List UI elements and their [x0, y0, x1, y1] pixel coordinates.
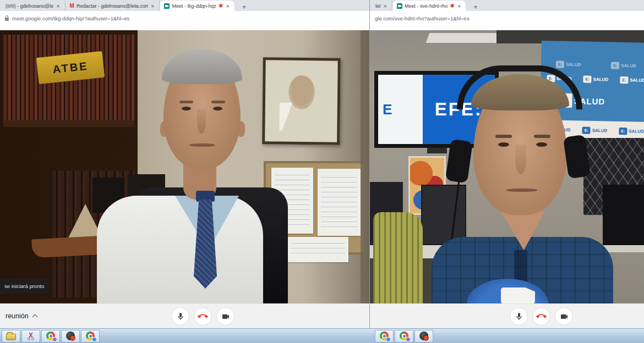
gmail-icon: M	[70, 3, 74, 9]
file-explorer-button[interactable]	[2, 330, 20, 342]
tab-title: (II/II) - gdelrosano@le	[6, 3, 53, 9]
framed-portrait	[262, 57, 341, 145]
close-icon[interactable]: ×	[457, 3, 461, 9]
profile-badge-icon	[406, 337, 411, 342]
wall-shadow-edge	[361, 30, 369, 303]
call-end-icon	[198, 311, 208, 322]
camera-button[interactable]	[216, 307, 234, 325]
close-icon[interactable]: ×	[56, 3, 60, 9]
taskbar-right-group	[375, 330, 433, 342]
doctor-eye	[182, 107, 191, 110]
efe-logo-mark: E:	[619, 127, 627, 134]
desktop: (II/II) - gdelrosano@le × M Redactar - g…	[0, 0, 644, 343]
call-controls	[171, 307, 234, 325]
hang-up-button[interactable]	[532, 307, 550, 325]
doctor-white-coat	[97, 196, 263, 303]
left-tab-strip: (II/II) - gdelrosano@le × M Redactar - g…	[0, 0, 369, 11]
right-meet-control-bar	[370, 303, 644, 328]
screen-recorder-button[interactable]	[414, 330, 433, 342]
record-icon	[66, 331, 75, 340]
journalist-nose	[515, 145, 526, 174]
chrome-profile-button[interactable]	[81, 330, 100, 342]
tab-title: Meet - sve-hdnt-rho	[405, 3, 448, 9]
efe-letter: E	[383, 101, 392, 118]
mic-button[interactable]	[171, 307, 189, 325]
doctor-eyebrow	[211, 101, 225, 103]
tab-gmail-compose[interactable]: M Redactar - gdelrosano@leta.com ×	[66, 1, 160, 11]
tab-title: let	[375, 3, 381, 9]
doctor-eyebrow	[179, 101, 193, 103]
mic-icon	[176, 312, 185, 321]
toolbar-gap	[370, 25, 644, 30]
pinned-paper	[318, 169, 361, 236]
new-tab-button[interactable]: +	[470, 3, 481, 11]
meeting-details-toggle[interactable]: reunión	[6, 312, 37, 320]
tab-title: Redactar - gdelrosano@leta.com	[77, 3, 148, 9]
mic-icon	[515, 312, 523, 321]
newsroom-monitor	[603, 185, 644, 245]
folder-icon	[6, 334, 16, 340]
profile-badge-icon	[92, 337, 97, 342]
tv-mount	[427, 148, 447, 153]
tab-document[interactable]: (II/II) - gdelrosano@le ×	[1, 1, 66, 11]
camera-button[interactable]	[555, 307, 573, 325]
journalist-eye	[498, 142, 509, 147]
url-text: gle.com/sve-hdnt-rho?authuser=1&hl=es	[375, 15, 470, 21]
new-tab-button[interactable]: +	[239, 3, 250, 11]
chevron-up-icon	[32, 314, 37, 320]
lock-icon	[5, 18, 9, 21]
browser-windows: (II/II) - gdelrosano@le × M Redactar - g…	[0, 0, 644, 328]
tab-meet-active[interactable]: Meet - tkg-ddqn-hqz ✱ ×	[160, 1, 234, 11]
right-tab-strip: let × Meet - sve-hdnt-rho ✱ × +	[370, 0, 644, 11]
url-text: meet.google.com/tkg-ddqn-hqz?authuser=1&…	[12, 15, 129, 21]
hang-up-button[interactable]	[194, 307, 212, 325]
tab-partial[interactable]: let ×	[371, 1, 392, 11]
efe-logo-mark: E:	[611, 62, 619, 69]
tab-meet-active[interactable]: Meet - sve-hdnt-rho ✱ ×	[392, 1, 466, 11]
close-icon[interactable]: ×	[383, 3, 388, 9]
meet-icon	[397, 3, 402, 9]
close-icon[interactable]: ×	[225, 3, 230, 9]
pinned-paper	[288, 237, 348, 262]
right-address-bar[interactable]: gle.com/sve-hdnt-rho?authuser=1&hl=es	[370, 11, 644, 25]
efe-logo-mark: E:	[620, 76, 628, 84]
tab-title: Meet - tkg-ddqn-hqz	[172, 3, 216, 9]
backdrop-logo-row: E:SALUD E:SALUD	[541, 60, 644, 70]
close-icon[interactable]: ×	[150, 3, 155, 9]
call-end-icon	[536, 311, 547, 322]
left-browser-window: (II/II) - gdelrosano@le × M Redactar - g…	[0, 0, 370, 328]
left-meet-control-bar: reunión	[0, 303, 369, 328]
meeting-label-text: reunión	[6, 312, 29, 320]
tv-logo-side-panel: E	[378, 75, 423, 144]
doctor-mouth	[189, 143, 215, 147]
efe-mic-logo	[501, 287, 535, 303]
meet-icon	[164, 3, 170, 9]
newsroom-monitor	[421, 185, 466, 245]
recording-indicator-icon: ✱	[219, 3, 223, 9]
chrome-profile-button[interactable]	[375, 330, 394, 342]
videocam-icon	[221, 312, 230, 321]
screen-recorder-button[interactable]	[61, 330, 80, 342]
taskbar-left-group	[2, 330, 100, 342]
efe-logo-mark: E:	[583, 76, 592, 83]
efe-logo-mark: E:	[556, 60, 564, 68]
scissors-icon	[26, 331, 35, 340]
doctor-nose	[197, 109, 206, 134]
efe-logo-mark: E:	[582, 126, 591, 134]
record-icon	[419, 331, 428, 340]
left-address-bar[interactable]: meet.google.com/tkg-ddqn-hqz?authuser=1&…	[0, 11, 369, 25]
meeting-toast: se iniciará pronto	[0, 279, 50, 294]
journalist-eyebrow	[534, 135, 550, 138]
snipping-tool-button[interactable]	[21, 330, 40, 342]
chrome-profile-button[interactable]	[41, 330, 60, 342]
chrome-profile-button[interactable]	[395, 330, 413, 342]
glass-reflection	[280, 103, 312, 132]
right-browser-window: let × Meet - sve-hdnt-rho ✱ × + gle.com/…	[370, 0, 644, 328]
journalist-eye	[536, 142, 547, 147]
mic-button[interactable]	[510, 307, 528, 325]
call-controls	[510, 307, 573, 325]
windows-taskbar	[0, 328, 644, 343]
journalist-mouth	[506, 189, 537, 192]
left-video-feed: ATBE	[0, 30, 369, 303]
journalist-eyebrow	[495, 135, 512, 138]
